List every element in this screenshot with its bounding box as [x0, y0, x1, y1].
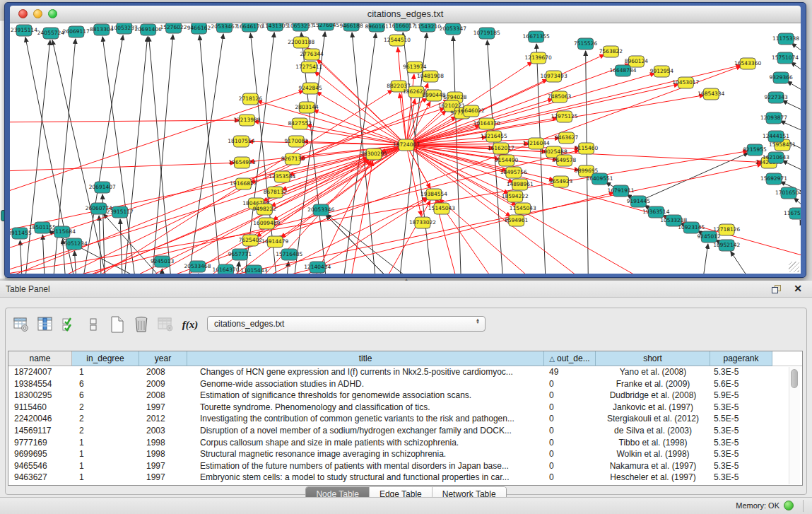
cell-in_degree[interactable]: 1 [72, 366, 139, 378]
graph-node[interactable]: 18107554 [228, 136, 254, 147]
graph-node[interactable]: 10719185 [473, 28, 500, 39]
graph-node[interactable]: 18733022 [409, 217, 436, 228]
cell-short[interactable]: de Silva et al. (2003) [596, 425, 710, 437]
rows-icon[interactable] [83, 315, 103, 334]
graph-node[interactable]: 15051234 [61, 238, 88, 250]
graph-node[interactable]: 18594222 [502, 191, 529, 202]
cell-in_degree[interactable]: 6 [72, 390, 139, 402]
cell-short[interactable]: Franke et al. (2009) [596, 378, 710, 390]
cell-name[interactable]: 22420046 [8, 413, 72, 425]
black-edge[interactable] [794, 198, 801, 206]
vertical-scrollbar[interactable] [789, 367, 800, 484]
graph-node[interactable]: 16791911 [607, 185, 634, 197]
graph-node[interactable]: 16166017 [389, 23, 416, 31]
table-selector-dropdown[interactable]: citations_edges.txt ▲▼ [207, 316, 486, 332]
black-edge[interactable] [586, 51, 589, 274]
cell-title[interactable]: Investigating the contribution of common… [187, 413, 544, 425]
red-edge[interactable] [10, 120, 240, 122]
black-edge[interactable] [123, 37, 148, 274]
cell-name[interactable]: 9777169 [8, 437, 72, 449]
cell-name[interactable]: 9463627 [8, 472, 72, 484]
memory-status-icon[interactable] [784, 501, 794, 510]
black-edge[interactable] [701, 244, 708, 274]
cell-in_degree[interactable]: 2 [72, 402, 139, 414]
cell-pagerank[interactable]: 5.9E-5 [710, 390, 772, 402]
graph-node[interactable]: 20691406 [135, 24, 162, 35]
cell-short[interactable]: Yano et al. (2008) [596, 366, 710, 378]
graph-node[interactable]: 11545043 [510, 203, 536, 214]
graph-node[interactable]: 9466162 [187, 23, 211, 34]
cell-out_de[interactable]: 0 [544, 402, 596, 414]
black-edge[interactable] [120, 219, 123, 274]
network-graph[interactable]: 1872400718300295193845548822037186262158… [10, 23, 801, 274]
resize-grip-icon[interactable] [789, 262, 799, 272]
table-row[interactable]: 911546021997Tourette syndrome. Phenomeno… [8, 402, 802, 414]
red-edge[interactable] [411, 147, 508, 193]
red-edge[interactable] [10, 90, 304, 200]
cell-name[interactable]: 14569117 [8, 425, 72, 437]
graph-node[interactable]: 17275411 [295, 62, 322, 73]
black-edge[interactable] [20, 240, 23, 274]
cell-short[interactable]: Jankovic et al. (1997) [596, 402, 710, 414]
cell-pagerank[interactable]: 5.3E-5 [710, 366, 772, 378]
graph-node[interactable]: 24055724 [37, 28, 64, 39]
cell-title[interactable]: Embryonic stem cells: a model to study s… [187, 472, 544, 484]
red-edge[interactable] [412, 146, 801, 257]
graph-node[interactable]: 19166827 [230, 178, 257, 189]
graph-node[interactable]: 12544510 [384, 35, 411, 46]
cell-short[interactable]: Tibbo et al. (1998) [596, 437, 710, 449]
graph-node[interactable]: 20053347 [440, 23, 466, 35]
graph-node[interactable]: 9115460 [575, 143, 599, 154]
graph-node[interactable]: 15145043 [428, 203, 455, 214]
new-file-icon[interactable] [107, 315, 127, 334]
select-columns-icon[interactable] [59, 315, 79, 334]
cell-out_de[interactable]: 0 [544, 378, 596, 390]
graph-node[interactable]: 9912954 [650, 66, 674, 77]
graph-node[interactable]: 11543210 [414, 23, 441, 32]
graph-node[interactable]: 10973493 [541, 71, 567, 82]
graph-node[interactable]: 20053346 [307, 204, 334, 216]
cell-out_de[interactable]: 49 [544, 366, 596, 378]
column-header-out_de[interactable]: △out_de... [544, 351, 596, 366]
graph-node[interactable]: 14898961 [507, 179, 534, 190]
table-row[interactable]: 977716911998Corpus callosum shape and si… [8, 437, 802, 449]
graph-node[interactable]: 8960161 [365, 23, 389, 32]
cell-pagerank[interactable]: 5.3E-5 [710, 460, 772, 472]
cell-short[interactable]: Stergiakouli et al. (2012) [596, 413, 710, 425]
cell-name[interactable]: 9465546 [8, 460, 72, 472]
graph-node[interactable]: 8594961 [505, 215, 529, 226]
graph-node[interactable]: 11675338 [784, 208, 801, 219]
cell-year[interactable]: 1998 [139, 448, 187, 460]
graph-node[interactable]: 16914479 [261, 236, 288, 247]
column-header-name[interactable]: name [8, 351, 72, 366]
cell-name[interactable]: 9699695 [8, 448, 72, 460]
cell-short[interactable]: Nakamura et al. (1997) [596, 460, 710, 472]
cell-name[interactable]: 9115460 [8, 402, 72, 414]
cell-out_de[interactable]: 0 [544, 413, 596, 425]
cell-out_de[interactable]: 0 [544, 460, 596, 472]
graph-node[interactable]: 19384554 [420, 189, 447, 200]
graph-node[interactable]: 12140434 [304, 262, 331, 273]
cell-in_degree[interactable]: 6 [72, 378, 139, 390]
cell-in_degree[interactable]: 1 [72, 460, 139, 472]
cell-title[interactable]: Corpus callosum shape and size in male p… [187, 437, 544, 449]
table-row[interactable]: 969969511998Structural magnetic resonanc… [8, 448, 802, 460]
graph-node[interactable]: 9154490 [495, 155, 519, 166]
cell-year[interactable]: 2012 [139, 413, 187, 425]
cell-in_degree[interactable]: 2 [72, 413, 139, 425]
cell-title[interactable]: Structural magnetic resonance image aver… [187, 448, 544, 460]
black-edge[interactable] [792, 43, 801, 52]
graph-node[interactable]: 11015443 [240, 265, 267, 274]
graph-node[interactable]: 16099489 [253, 218, 280, 229]
cell-short[interactable]: Dudbridge et al. (2008) [596, 390, 710, 402]
float-panel-icon[interactable] [772, 285, 781, 293]
delete-icon[interactable] [131, 315, 151, 334]
cell-title[interactable]: Estimation of significance thresholds fo… [187, 390, 544, 402]
cell-pagerank[interactable]: 5.5E-5 [710, 413, 772, 425]
black-edge[interactable] [99, 216, 102, 274]
show-columns-icon[interactable] [35, 315, 55, 334]
graph-node[interactable]: 20533467 [211, 23, 237, 33]
black-edge[interactable] [791, 62, 801, 71]
cell-title[interactable]: Estimation of the future numbers of pati… [187, 460, 544, 472]
column-header-title[interactable]: title [187, 351, 544, 366]
